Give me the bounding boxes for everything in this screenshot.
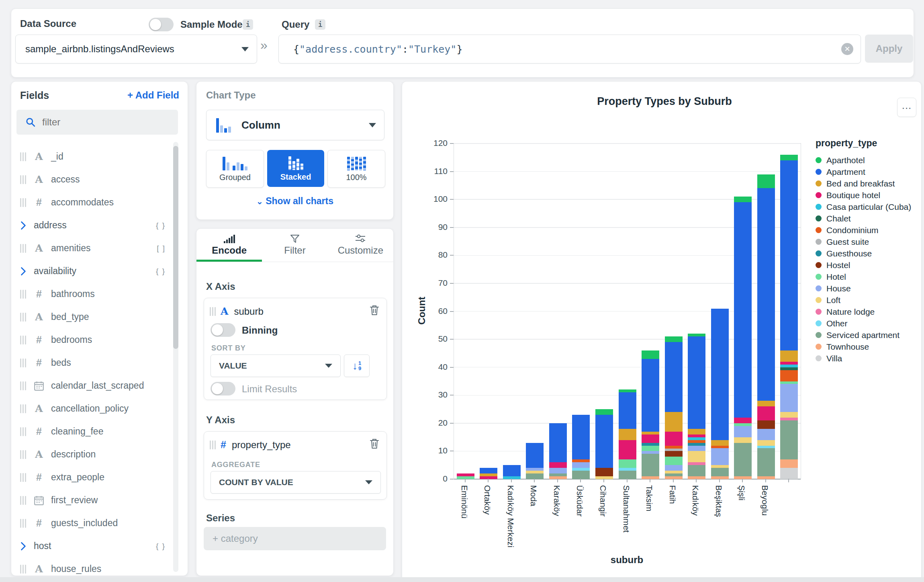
field-item-accommodates[interactable]: #accommodates xyxy=(11,191,180,214)
field-item-description[interactable]: Adescription xyxy=(11,443,180,466)
drag-handle-icon[interactable] xyxy=(20,198,26,207)
bar-segment xyxy=(619,468,636,471)
fields-scrollbar-track[interactable] xyxy=(173,142,178,572)
x-tick-mark xyxy=(465,479,466,482)
field-item-host[interactable]: host{ } xyxy=(11,535,180,557)
drag-handle-icon[interactable] xyxy=(210,441,216,449)
clear-query-button[interactable]: ✕ xyxy=(841,43,853,55)
query-colon: : xyxy=(402,43,408,55)
legend-item-bed-and-breakfast: Bed and breakfast xyxy=(816,178,911,189)
tab-customize-label: Customize xyxy=(338,245,383,256)
field-item-calendar_last_scraped[interactable]: calendar_last_scraped xyxy=(11,374,180,397)
data-source-select[interactable]: sample_airbnb.listingsAndReviews xyxy=(15,35,257,64)
drag-handle-icon[interactable] xyxy=(20,381,26,390)
field-item-extra_people[interactable]: #extra_people xyxy=(11,466,180,489)
mode-grouped-button[interactable]: Grouped xyxy=(206,150,264,188)
field-item-beds[interactable]: #beds xyxy=(11,351,180,374)
field-item-cleaning_fee[interactable]: #cleaning_fee xyxy=(11,420,180,443)
chevron-right-icon[interactable] xyxy=(20,267,28,276)
y-tick-label: 50 xyxy=(419,334,448,344)
bar-segment xyxy=(665,451,683,457)
chart-title: Property Types by Suburb xyxy=(454,95,875,108)
field-item-house_rules[interactable]: Ahouse_rules xyxy=(11,557,180,576)
chevron-right-icon[interactable] xyxy=(20,542,28,551)
binning-toggle[interactable] xyxy=(211,323,235,337)
field-name: accommodates xyxy=(51,197,114,208)
x-tick-mark xyxy=(696,479,697,482)
sample-mode-info-icon[interactable]: i xyxy=(243,19,253,30)
bar-Karaköy xyxy=(549,423,567,479)
bottom-scrollbar[interactable] xyxy=(0,577,924,582)
fields-scrollbar-thumb[interactable] xyxy=(173,146,178,349)
chart-panel: Property Types by Suburb ... Count 01020… xyxy=(402,81,922,582)
show-all-charts-link[interactable]: ⌄ Show all charts xyxy=(196,196,393,207)
tab-filter[interactable]: Filter xyxy=(262,229,327,262)
drag-handle-icon[interactable] xyxy=(210,307,216,316)
bar-segment xyxy=(757,446,775,449)
field-item-bed_type[interactable]: Abed_type xyxy=(11,305,180,328)
query-info-icon[interactable]: i xyxy=(315,19,325,30)
drag-handle-icon[interactable] xyxy=(20,359,26,367)
chart-type-panel: Chart Type Column Grouped Stacked 100% xyxy=(196,81,394,220)
add-field-button[interactable]: + Add Field xyxy=(127,90,179,101)
limit-results-toggle[interactable] xyxy=(211,382,235,396)
drag-handle-icon[interactable] xyxy=(20,175,26,184)
string-type-icon: A xyxy=(35,563,43,575)
legend-item-villa: Villa xyxy=(816,352,911,364)
field-item-bedrooms[interactable]: #bedrooms xyxy=(11,328,180,351)
field-item-address[interactable]: address{ } xyxy=(11,214,180,237)
sort-by-select[interactable]: VALUE xyxy=(211,355,341,377)
drag-handle-icon[interactable] xyxy=(20,404,26,413)
field-item-guests_included[interactable]: #guests_included xyxy=(11,512,180,535)
drag-handle-icon[interactable] xyxy=(20,152,26,161)
field-item-access[interactable]: Aaccess xyxy=(11,168,180,191)
x-tick-mark xyxy=(673,479,674,482)
x-tick-label: Cihangir xyxy=(598,485,608,516)
legend-swatch xyxy=(816,157,822,163)
mode-100-label: 100% xyxy=(346,173,366,182)
chart-menu-button[interactable]: ... xyxy=(897,98,916,117)
query-input[interactable]: {"address.country": "Turkey"} ✕ xyxy=(278,35,861,64)
fields-panel: Fields + Add Field A_idAaccess#accommoda… xyxy=(11,81,188,576)
drag-handle-icon[interactable] xyxy=(20,496,26,505)
aggregate-select[interactable]: COUNT BY VALUE xyxy=(211,471,381,494)
filter-input[interactable] xyxy=(41,116,164,128)
legend-item-guesthouse: Guesthouse xyxy=(816,248,911,259)
x-tick-mark xyxy=(742,479,743,482)
mode-100-button[interactable]: 100% xyxy=(327,150,385,188)
drag-handle-icon[interactable] xyxy=(20,427,26,436)
field-item-first_review[interactable]: first_review xyxy=(11,489,180,512)
drag-handle-icon[interactable] xyxy=(20,519,26,528)
field-name: extra_people xyxy=(51,472,104,483)
chart-type-select[interactable]: Column xyxy=(206,110,384,140)
trash-icon[interactable] xyxy=(370,305,379,316)
drag-handle-icon[interactable] xyxy=(20,565,26,574)
bar-segment xyxy=(688,446,705,451)
mode-stacked-button[interactable]: Stacked xyxy=(267,150,324,187)
trash-icon[interactable] xyxy=(370,438,379,449)
drag-handle-icon[interactable] xyxy=(20,336,26,344)
x-tick-mark xyxy=(627,479,628,482)
x-tick-mark xyxy=(603,479,604,482)
apply-button[interactable]: Apply xyxy=(865,35,913,63)
chevron-right-icon[interactable] xyxy=(20,221,28,230)
sample-mode-toggle[interactable] xyxy=(149,18,174,31)
field-item-availability[interactable]: availability{ } xyxy=(11,260,180,283)
sort-direction-button[interactable]: ↓ 19 xyxy=(344,355,370,377)
x-tick-mark xyxy=(765,479,766,482)
tab-customize[interactable]: Customize xyxy=(328,229,393,262)
bar-segment xyxy=(642,359,659,432)
drag-handle-icon[interactable] xyxy=(20,290,26,299)
legend-swatch xyxy=(816,262,822,268)
field-item-amenities[interactable]: Aamenities[ ] xyxy=(11,237,180,260)
field-item-cancellation_policy[interactable]: Acancellation_policy xyxy=(11,397,180,420)
drag-handle-icon[interactable] xyxy=(20,450,26,459)
drag-handle-icon[interactable] xyxy=(20,244,26,253)
field-item-_id[interactable]: A_id xyxy=(11,145,180,168)
drag-handle-icon[interactable] xyxy=(20,313,26,322)
y-tick-label: 10 xyxy=(419,446,448,455)
tab-encode[interactable]: Encode xyxy=(196,229,262,262)
drag-handle-icon[interactable] xyxy=(20,473,26,482)
field-item-bathrooms[interactable]: #bathrooms xyxy=(11,283,180,305)
series-dropzone[interactable]: + category xyxy=(204,527,386,550)
